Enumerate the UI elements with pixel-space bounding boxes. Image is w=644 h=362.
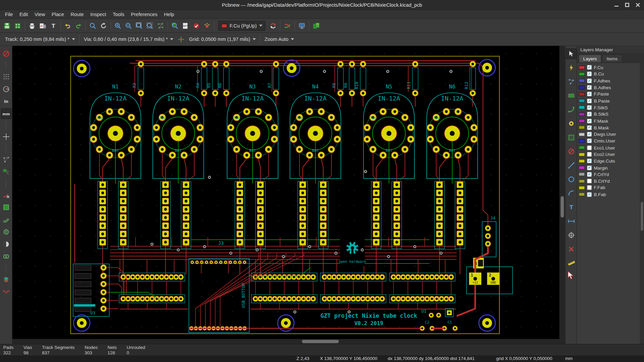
save-board-icon[interactable] bbox=[2, 20, 12, 31]
minimize-button[interactable] bbox=[613, 2, 619, 8]
layer-row-edge-cuts[interactable]: ✓Edge.Cuts bbox=[579, 158, 643, 164]
layer-row-f-fab[interactable]: F.Fab bbox=[579, 184, 643, 191]
layer-row-b-crtyd[interactable]: B.CrtYd bbox=[579, 178, 643, 184]
via-size-selector[interactable]: Via: 0,60 / 0,40 mm (23,6 / 15,7 mils) * bbox=[81, 34, 176, 44]
layers-manager-toggle-icon[interactable] bbox=[1, 274, 11, 285]
layer-color-swatch[interactable] bbox=[579, 193, 585, 196]
netlist-icon[interactable]: NET bbox=[180, 20, 191, 31]
highlight-net-tool-icon[interactable] bbox=[566, 62, 577, 73]
layers-panel-scrollbar-thumb[interactable] bbox=[641, 202, 643, 231]
footprint-editor-icon[interactable] bbox=[12, 20, 23, 31]
layer-color-swatch[interactable] bbox=[579, 112, 585, 116]
layer-color-swatch[interactable] bbox=[579, 132, 585, 136]
redo-icon[interactable] bbox=[73, 20, 84, 31]
menu-place[interactable]: Place bbox=[48, 10, 67, 18]
tab-layers[interactable]: Layers bbox=[579, 55, 601, 62]
zoom-selector[interactable]: Zoom Auto bbox=[262, 34, 297, 44]
layer-selector[interactable]: F.Cu (PgUp) bbox=[218, 21, 265, 31]
units-mm-icon[interactable]: mm bbox=[1, 108, 11, 119]
layer-row-b-cu[interactable]: ✓B.Cu bbox=[579, 71, 643, 77]
layer-visibility-checkbox[interactable]: ✓ bbox=[587, 65, 592, 70]
layer-color-swatch[interactable] bbox=[579, 173, 585, 176]
layer-visibility-checkbox[interactable] bbox=[587, 145, 592, 150]
close-button[interactable] bbox=[635, 2, 641, 8]
layer-color-swatch[interactable] bbox=[579, 99, 585, 103]
refresh-view-icon[interactable] bbox=[98, 20, 109, 31]
menu-edit[interactable]: Edit bbox=[16, 10, 31, 18]
vertical-scrollbar-thumb[interactable] bbox=[560, 196, 564, 218]
layer-row-eco1-user[interactable]: Eco1.User bbox=[579, 144, 643, 151]
menu-preferences[interactable]: Preferences bbox=[127, 10, 161, 18]
text-variables-icon[interactable]: T bbox=[48, 20, 59, 31]
footprint-ratsnest-icon[interactable] bbox=[1, 167, 11, 177]
delete-tool-icon[interactable] bbox=[566, 244, 577, 254]
library-browser-icon[interactable] bbox=[311, 20, 322, 31]
add-arc-icon[interactable] bbox=[566, 188, 577, 199]
add-dimension-icon[interactable] bbox=[566, 216, 577, 227]
layer-color-swatch[interactable] bbox=[579, 79, 585, 82]
layer-row-f-cu[interactable]: ✓F.Cu bbox=[579, 64, 643, 71]
layer-visibility-checkbox[interactable]: ✓ bbox=[587, 78, 592, 83]
layer-visibility-checkbox[interactable]: ✓ bbox=[587, 98, 592, 103]
add-footprint-icon[interactable] bbox=[566, 90, 577, 101]
add-target-icon[interactable] bbox=[566, 230, 577, 241]
layer-visibility-checkbox[interactable]: ✓ bbox=[587, 159, 592, 164]
interactive-router-icon[interactable] bbox=[282, 20, 293, 31]
layer-visibility-checkbox[interactable]: ✓ bbox=[587, 125, 592, 130]
layer-visibility-checkbox[interactable] bbox=[587, 185, 592, 190]
layer-row-b-paste[interactable]: ✓B.Paste bbox=[579, 98, 643, 104]
layer-row-f-paste[interactable]: ✓F.Paste bbox=[579, 91, 643, 98]
zoom-fit-icon[interactable] bbox=[134, 20, 145, 31]
sketch-tracks-icon[interactable] bbox=[1, 214, 11, 225]
add-text-icon[interactable]: T bbox=[566, 202, 577, 213]
layer-color-swatch[interactable] bbox=[579, 92, 585, 96]
layer-color-swatch[interactable] bbox=[579, 72, 585, 76]
drc-off-icon[interactable] bbox=[1, 48, 11, 59]
track-autodelete-icon[interactable] bbox=[1, 190, 11, 200]
zoom-out-icon[interactable] bbox=[123, 20, 134, 31]
show-ratsnest-icon[interactable] bbox=[155, 20, 166, 31]
add-line-icon[interactable] bbox=[566, 160, 577, 171]
layer-visibility-checkbox[interactable]: ✓ bbox=[587, 172, 592, 177]
print-icon[interactable] bbox=[27, 20, 38, 31]
add-zone-icon[interactable] bbox=[566, 132, 577, 143]
measure-icon[interactable] bbox=[566, 258, 577, 268]
layer-visibility-checkbox[interactable]: ✓ bbox=[587, 138, 592, 143]
layer-visibility-checkbox[interactable]: ✓ bbox=[587, 72, 592, 77]
hide-grid-icon[interactable] bbox=[1, 71, 11, 82]
menu-tools[interactable]: Tools bbox=[109, 10, 127, 18]
grid-selector[interactable]: Grid: 0,0500 mm (1,97 mils) bbox=[187, 34, 259, 44]
plot-icon[interactable] bbox=[37, 20, 48, 31]
general-ratsnest-icon[interactable] bbox=[1, 154, 11, 165]
layer-color-swatch[interactable] bbox=[579, 139, 585, 143]
layer-color-swatch[interactable] bbox=[579, 119, 585, 123]
layer-color-swatch[interactable] bbox=[579, 146, 585, 149]
layer-row-b-adhes[interactable]: ✓B.Adhes bbox=[579, 84, 643, 91]
layer-visibility-checkbox[interactable]: ✓ bbox=[587, 105, 592, 110]
layer-color-swatch[interactable] bbox=[579, 85, 585, 89]
local-ratsnest-icon[interactable] bbox=[566, 76, 577, 87]
show-zones-icon[interactable] bbox=[1, 202, 11, 213]
horizontal-scrollbar[interactable] bbox=[12, 339, 559, 344]
maximize-button[interactable] bbox=[624, 2, 630, 8]
zoom-in-icon[interactable] bbox=[113, 20, 123, 31]
drc-icon[interactable] bbox=[191, 20, 202, 31]
sketch-vias-icon[interactable] bbox=[1, 227, 11, 237]
layer-row-dwgs-user[interactable]: ✓Dwgs.User bbox=[579, 131, 643, 138]
layer-visibility-checkbox[interactable]: ✓ bbox=[587, 118, 592, 123]
track-width-icon[interactable] bbox=[176, 34, 187, 45]
high-contrast-icon[interactable] bbox=[1, 239, 11, 250]
layer-color-swatch[interactable] bbox=[579, 159, 585, 163]
pcb-canvas[interactable]: R3R4R5R6R7R8R9R10R11R12N1IN-12ATopBotN2I… bbox=[12, 46, 559, 339]
menu-view[interactable]: View bbox=[31, 10, 48, 18]
route-tracks-icon[interactable] bbox=[566, 104, 577, 115]
layer-color-swatch[interactable] bbox=[579, 186, 585, 190]
layer-row-f-silks[interactable]: ✓F.SilkS bbox=[579, 104, 643, 111]
layer-visibility-checkbox[interactable]: ✓ bbox=[587, 192, 592, 197]
layer-row-eco2-user[interactable]: Eco2.User bbox=[579, 151, 643, 158]
layer-row-f-crtyd[interactable]: ✓F.CrtYd bbox=[579, 171, 643, 178]
layer-color-swatch[interactable] bbox=[579, 153, 585, 156]
zoom-selection-icon[interactable] bbox=[145, 20, 155, 31]
add-circle-icon[interactable] bbox=[566, 174, 577, 185]
layer-visibility-checkbox[interactable]: ✓ bbox=[587, 165, 592, 170]
